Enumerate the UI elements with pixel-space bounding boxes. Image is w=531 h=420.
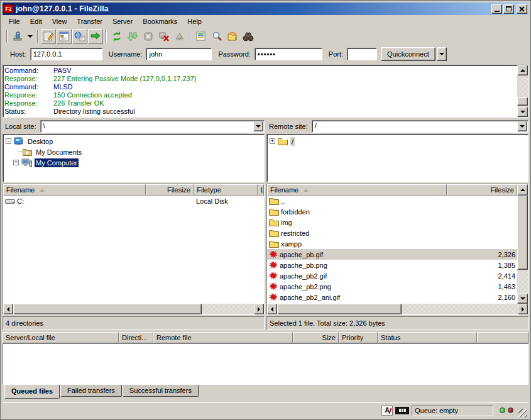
column-header-remote-file[interactable]: Remote file: [153, 332, 293, 343]
file-row[interactable]: apache_pb2_ani.gif 2,160: [267, 292, 517, 302]
scrollbar-thumb[interactable]: [517, 97, 528, 106]
menu-help[interactable]: Help: [182, 16, 207, 26]
column-header-filename[interactable]: Filename: [267, 184, 447, 196]
scrollbar-track[interactable]: [517, 196, 528, 294]
scroll-up-button[interactable]: [517, 65, 528, 75]
scroll-down-button[interactable]: [517, 107, 528, 117]
remote-site-combobox[interactable]: /: [312, 120, 528, 133]
menu-bookmarks[interactable]: Bookmarks: [138, 16, 182, 26]
close-button[interactable]: [517, 4, 527, 14]
column-header-server-local-file[interactable]: Server/Local file: [3, 332, 119, 343]
tree-item-my-computer[interactable]: + My Computer: [3, 157, 264, 168]
folder-icon: [269, 207, 279, 216]
file-row-selected[interactable]: apache_pb.gif 2,326: [267, 249, 517, 260]
queue-list[interactable]: [3, 343, 528, 385]
scroll-up-button[interactable]: [517, 184, 528, 196]
toggle-message-log-button[interactable]: [41, 29, 56, 44]
file-row[interactable]: ..: [267, 196, 517, 206]
local-horizontal-scrollbar[interactable]: [3, 304, 264, 314]
file-name: apache_pb2.png: [280, 283, 331, 290]
menu-edit[interactable]: Edit: [25, 16, 47, 26]
refresh-file-lists-button[interactable]: [109, 29, 124, 44]
column-header-filetype[interactable]: Filetype: [194, 184, 258, 196]
scroll-right-button[interactable]: [518, 304, 528, 314]
file-name: restricted: [281, 229, 309, 237]
toggle-remote-tree-button[interactable]: [72, 29, 87, 44]
username-input[interactable]: [146, 48, 212, 60]
minimize-button[interactable]: [491, 4, 502, 14]
log-scrollbar[interactable]: [517, 65, 528, 117]
toggle-transfer-queue-button[interactable]: [88, 29, 103, 44]
password-input[interactable]: [255, 48, 322, 60]
file-row[interactable]: xampp: [267, 238, 517, 249]
collapse-toggle[interactable]: -: [6, 138, 11, 144]
toggle-local-tree-button[interactable]: [57, 29, 72, 44]
menu-file[interactable]: File: [4, 16, 25, 26]
reconnect-button[interactable]: [172, 29, 187, 44]
scrollbar-track[interactable]: [517, 75, 528, 107]
cancel-operation-button[interactable]: [141, 29, 156, 44]
transfer-type-letter: A: [385, 407, 389, 414]
column-header-priority[interactable]: Priority: [339, 332, 378, 343]
open-site-manager-button[interactable]: [10, 29, 25, 44]
file-row[interactable]: apache_pb.png 1,385: [267, 260, 517, 270]
column-header-size[interactable]: Size: [293, 332, 339, 343]
quickconnect-dropdown[interactable]: [437, 47, 447, 61]
scroll-left-button[interactable]: [3, 304, 13, 314]
filename-filters-button[interactable]: [194, 29, 209, 44]
file-row-c-drive[interactable]: C: Local Disk: [3, 196, 264, 206]
remote-horizontal-scrollbar[interactable]: [267, 304, 528, 314]
tree-item-root[interactable]: + /: [267, 136, 528, 146]
column-header-filesize[interactable]: Filesize: [146, 184, 194, 196]
quickconnect-button[interactable]: Quickconnect: [381, 47, 435, 61]
local-site-combobox[interactable]: \: [40, 120, 265, 133]
arrow-down-icon: [520, 297, 525, 300]
expand-toggle[interactable]: +: [270, 138, 275, 144]
site-manager-dropdown[interactable]: [26, 29, 35, 44]
maximize-button[interactable]: [503, 4, 514, 14]
file-row[interactable]: apache_pb2.gif 2,414: [267, 270, 517, 281]
process-queue-button[interactable]: [125, 29, 140, 44]
file-row[interactable]: img: [267, 217, 517, 228]
scrollbar-thumb[interactable]: [277, 304, 402, 314]
column-header-last-modified[interactable]: L: [258, 184, 264, 196]
tree-item-desktop[interactable]: - Desktop: [3, 136, 264, 146]
column-header-filename[interactable]: Filename: [3, 184, 146, 196]
column-header-direction[interactable]: Directi...: [119, 332, 153, 343]
scroll-right-button[interactable]: [254, 304, 264, 314]
remote-site-dropdown[interactable]: [517, 121, 527, 131]
column-header-filesize[interactable]: Filesize: [447, 184, 517, 196]
tree-connector: [17, 152, 22, 152]
file-row[interactable]: restricted: [267, 228, 517, 238]
file-row[interactable]: apache_pb2.png 1,463: [267, 281, 517, 292]
scroll-down-button[interactable]: [517, 294, 528, 304]
column-label: Directi...: [122, 334, 147, 341]
scroll-left-button[interactable]: [267, 304, 277, 314]
scrollbar-thumb[interactable]: [517, 196, 528, 270]
toolbar: [3, 28, 528, 45]
menu-transfer[interactable]: Transfer: [72, 16, 107, 26]
remote-vertical-scrollbar[interactable]: [517, 196, 528, 304]
tab-failed-transfers[interactable]: Failed transfers: [60, 385, 122, 397]
scrollbar-track[interactable]: [277, 304, 518, 314]
tree-item-my-documents[interactable]: My Documents: [3, 146, 264, 157]
scrollbar-track[interactable]: [13, 304, 254, 314]
menu-server[interactable]: Server: [107, 16, 138, 26]
file-row[interactable]: forbidden: [267, 206, 517, 217]
column-header-status[interactable]: Status: [378, 332, 477, 343]
directory-comparison-button[interactable]: [241, 29, 256, 44]
port-input[interactable]: [347, 48, 377, 60]
file-search-button[interactable]: [209, 29, 224, 44]
tab-successful-transfers[interactable]: Successful transfers: [123, 385, 199, 397]
resize-grip[interactable]: [518, 409, 527, 417]
tab-queued-files[interactable]: Queued files: [4, 385, 60, 399]
expand-toggle[interactable]: +: [13, 160, 19, 165]
local-site-dropdown[interactable]: [253, 121, 263, 131]
menu-view[interactable]: View: [47, 16, 72, 26]
log-line: Response:227 Entering Passive Mode (127,…: [4, 75, 517, 83]
scrollbar-thumb[interactable]: [13, 304, 202, 314]
host-input[interactable]: [30, 48, 102, 60]
image-file-icon: [269, 293, 278, 302]
disconnect-button[interactable]: [156, 29, 172, 44]
synchronized-browsing-button[interactable]: [225, 29, 240, 44]
